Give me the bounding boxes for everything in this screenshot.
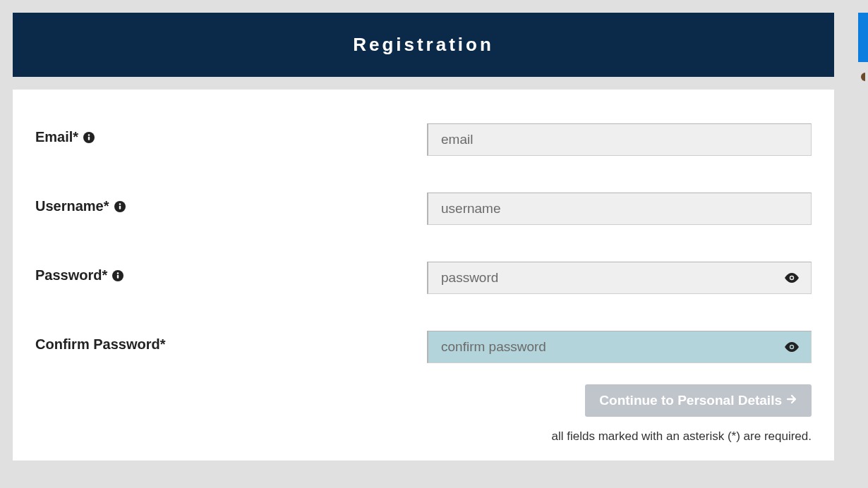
confirm-password-input-wrap [427,331,812,363]
svg-rect-3 [88,136,90,140]
page-title: Registration [353,34,494,55]
registration-container: Registration Email* Username* [0,0,847,473]
svg-point-5 [119,203,121,205]
email-label: Email* [35,129,78,145]
svg-point-0 [861,73,865,81]
svg-point-8 [117,272,119,274]
username-row: Username* [35,193,812,225]
password-input[interactable] [427,262,812,294]
confirm-password-label-wrap: Confirm Password* [35,331,427,353]
confirm-password-row: Confirm Password* [35,331,812,363]
svg-point-2 [88,134,90,136]
password-label-wrap: Password* [35,262,427,283]
info-icon[interactable] [83,131,95,144]
registration-form-panel: Email* Username* [13,90,834,460]
email-input-wrap [427,123,812,156]
svg-rect-9 [117,274,119,278]
continue-button[interactable]: Continue to Personal Details [585,384,812,417]
username-label-wrap: Username* [35,193,427,214]
password-row: Password* [35,262,812,294]
continue-button-label: Continue to Personal Details [599,393,782,408]
required-fields-note: all fields marked with an asterisk (*) a… [35,429,812,444]
confirm-password-input[interactable] [427,331,812,363]
email-label-wrap: Email* [35,123,427,145]
password-label: Password* [35,267,107,283]
username-label: Username* [35,198,109,214]
email-input[interactable] [427,123,812,156]
page-header: Registration [13,13,834,77]
svg-point-13 [790,346,793,348]
svg-point-11 [790,276,793,279]
password-input-wrap [427,262,812,294]
side-accent [858,13,868,62]
info-icon[interactable] [111,269,124,282]
eye-icon[interactable] [785,271,799,285]
form-actions: Continue to Personal Details all fields … [35,384,812,444]
side-avatar-partial [858,72,865,85]
username-input[interactable] [427,193,812,225]
email-row: Email* [35,123,812,156]
username-input-wrap [427,193,812,225]
confirm-password-label: Confirm Password* [35,336,165,353]
info-icon[interactable] [114,200,126,213]
arrow-right-icon [786,393,797,408]
svg-rect-6 [119,205,120,209]
eye-icon[interactable] [785,340,799,354]
